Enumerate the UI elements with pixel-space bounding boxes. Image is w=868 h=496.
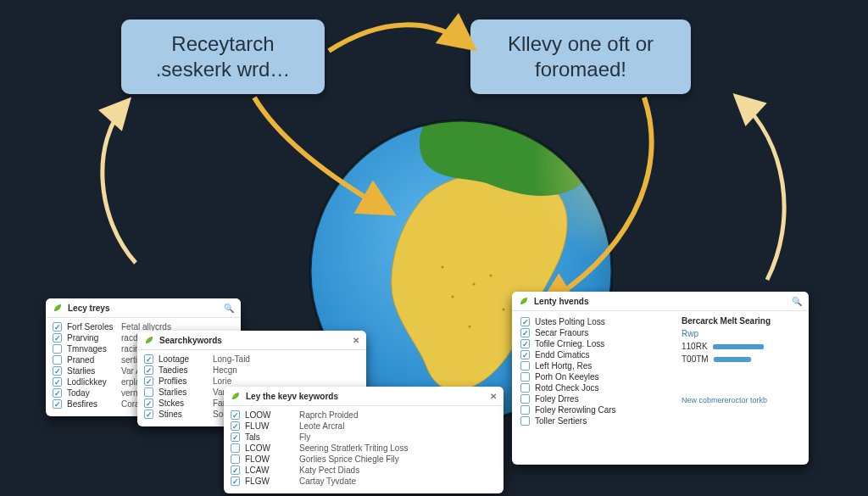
- checkbox[interactable]: [520, 405, 530, 415]
- checkbox[interactable]: [53, 322, 62, 332]
- list-item[interactable]: Ustes Polting Loss: [520, 316, 666, 327]
- list-item[interactable]: LCAWKaty Pect Diads: [231, 465, 497, 476]
- leaf-icon: [144, 335, 154, 345]
- panel-title: Lenty hvends: [534, 297, 787, 306]
- panel-lenty-hvends[interactable]: Lenty hvends 🔍 Ustes Polting Loss Secar …: [512, 292, 809, 465]
- panel-title: Searchkywords: [159, 336, 348, 345]
- bar: [713, 344, 764, 349]
- checkbox[interactable]: [53, 344, 62, 354]
- panel-body: LOOWRaprch Proided FLUWLeote Arcral Tals…: [224, 406, 504, 493]
- list-item[interactable]: ProfliesLorie: [144, 376, 359, 387]
- leaf-icon: [53, 303, 63, 313]
- checkbox[interactable]: [520, 416, 530, 426]
- checkbox[interactable]: [144, 354, 153, 364]
- panel-key-keywords[interactable]: Ley the keyv keywords ✕ LOOWRaprch Proid…: [224, 387, 504, 493]
- arrow-globe-to-left: [103, 102, 136, 263]
- checkbox[interactable]: [520, 383, 530, 393]
- list-item[interactable]: FLOWGorlies Sprice Chiegle Fily: [231, 454, 497, 465]
- panel-body: Ustes Polting Loss Secar Fraours Tofile …: [512, 311, 809, 435]
- checkbox[interactable]: [231, 476, 240, 486]
- checkbox[interactable]: [53, 366, 62, 376]
- list-item[interactable]: TaediesHecgn: [144, 365, 359, 376]
- checkbox[interactable]: [53, 388, 62, 398]
- checkbox[interactable]: [144, 410, 153, 419]
- arrow-cards-to-right: [737, 98, 784, 280]
- section-sub: Rwp: [682, 329, 800, 338]
- list-item[interactable]: Foley Rerowling Cars: [520, 404, 666, 415]
- list-item[interactable]: FLUWLeote Arcral: [231, 421, 497, 432]
- checkbox[interactable]: [520, 350, 530, 359]
- svg-point-2: [490, 275, 492, 277]
- list-item[interactable]: Foley Drres: [520, 393, 666, 404]
- list-item[interactable]: FLGWCartay Tyvdate: [231, 476, 497, 487]
- svg-point-1: [473, 283, 476, 286]
- close-icon[interactable]: ✕: [490, 392, 497, 401]
- arrow-right-to-globe: [542, 98, 652, 305]
- checkbox[interactable]: [520, 317, 530, 326]
- checkbox[interactable]: [144, 387, 153, 397]
- svg-point-5: [469, 326, 471, 328]
- list-item[interactable]: LCOWSeering Stratlerk Triting Loss: [231, 443, 497, 454]
- arrow-left-to-globe: [254, 98, 390, 212]
- list-item[interactable]: Secar Fraours: [520, 327, 666, 338]
- checkbox[interactable]: [231, 432, 240, 442]
- checkbox[interactable]: [231, 410, 240, 420]
- bar-row: 110RK: [682, 342, 800, 351]
- checkbox[interactable]: [520, 328, 530, 337]
- bar-row: T00TM: [682, 354, 800, 364]
- panel-title: Lecy treys: [68, 304, 219, 313]
- checkbox[interactable]: [231, 465, 240, 475]
- checkbox[interactable]: [53, 399, 62, 409]
- checkbox[interactable]: [53, 333, 62, 343]
- checkbox[interactable]: [53, 377, 62, 387]
- leaf-icon: [231, 391, 241, 401]
- checkbox[interactable]: [231, 421, 240, 431]
- svg-point-4: [503, 309, 505, 311]
- list-item[interactable]: Tofile Crnieg. Loss: [520, 338, 666, 349]
- svg-point-3: [452, 296, 454, 298]
- list-item[interactable]: Toller Sertiers: [520, 415, 666, 426]
- close-icon[interactable]: ✕: [353, 336, 359, 345]
- list-item[interactable]: TalsFly: [231, 432, 497, 443]
- search-icon[interactable]: 🔍: [792, 297, 802, 306]
- leaf-icon: [519, 296, 529, 306]
- speech-right: Kllevy one oft or foromaed!: [470, 20, 691, 94]
- speech-left: Receytarch .seskerk wrd…: [121, 20, 325, 94]
- list-item[interactable]: LOOWRaprch Proided: [231, 410, 497, 421]
- list-item[interactable]: LootageLong-Taid: [144, 354, 359, 365]
- arrow-left-to-right: [329, 25, 471, 51]
- checkbox[interactable]: [231, 443, 240, 453]
- checkbox[interactable]: [520, 339, 530, 348]
- checkbox[interactable]: [144, 376, 153, 386]
- checkbox[interactable]: [231, 454, 240, 464]
- checkbox[interactable]: [53, 355, 62, 365]
- checkbox[interactable]: [144, 398, 153, 408]
- list-item[interactable]: Porh On Keeyles: [520, 371, 666, 382]
- panel-title: Ley the keyv keywords: [246, 392, 485, 401]
- footer-note: New cobmereroctor torkb: [682, 396, 800, 404]
- svg-point-6: [442, 266, 444, 269]
- checkbox[interactable]: [144, 365, 153, 375]
- search-icon[interactable]: 🔍: [224, 304, 234, 313]
- checkbox[interactable]: [520, 361, 530, 371]
- section-heading: Bercarck Melt Searing: [682, 316, 800, 326]
- checkbox[interactable]: [520, 372, 530, 382]
- list-item[interactable]: Left Hortg, Res: [520, 360, 666, 371]
- checkbox[interactable]: [520, 394, 530, 404]
- list-item[interactable]: Endd Cimatics: [520, 349, 666, 360]
- list-item[interactable]: Rotd Check Jocs: [520, 382, 666, 393]
- bar: [714, 357, 751, 362]
